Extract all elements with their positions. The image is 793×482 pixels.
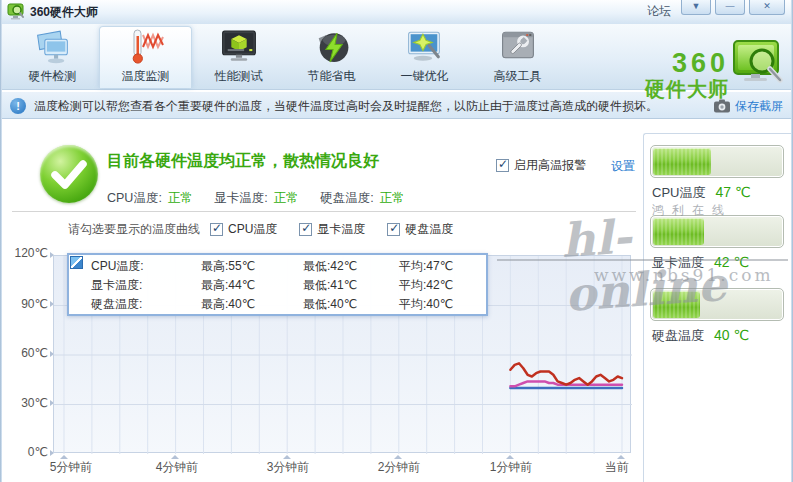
tab-advanced-tools[interactable]: 高级工具	[471, 26, 564, 88]
status-headline: 目前各硬件温度均正常，散热情况良好	[107, 151, 379, 172]
y-axis-label: 0℃	[6, 445, 48, 459]
tab-label: 性能测试	[215, 68, 263, 85]
status-ok-icon	[40, 145, 98, 203]
legend-row-disk: 硬盘温度: 最高:40℃ 最低:40℃ 平均:40℃	[91, 295, 485, 314]
info-text: 温度检测可以帮您查看各个重要硬件的温度，当硬件温度过高时会及时提醒您，以防止由于…	[34, 92, 658, 120]
curve-option-disk[interactable]: 硬盘温度	[387, 221, 453, 238]
disk-temp-status: 正常	[380, 191, 405, 205]
hardware-detect-icon	[32, 26, 74, 67]
curve-option-cpu[interactable]: CPU温度	[210, 221, 277, 238]
gpu-temp-gauge	[650, 215, 784, 248]
curve-selector-prompt: 请勾选要显示的温度曲线	[68, 221, 200, 238]
brand-logo-icon	[731, 37, 787, 91]
gpu-gauge-fill	[653, 218, 704, 245]
tab-label: 节能省电	[308, 68, 356, 85]
camera-icon	[713, 99, 731, 113]
tab-label: 温度监测	[122, 68, 170, 85]
forum-link[interactable]: 论坛	[647, 3, 671, 20]
power-saving-icon	[311, 26, 353, 67]
cpu-gauge-fill	[653, 148, 711, 175]
high-temp-alarm-toggle[interactable]: 启用高温报警	[496, 157, 586, 174]
minimize-button[interactable]: —	[715, 0, 745, 15]
close-button[interactable]: ✕	[749, 0, 785, 15]
cpu-temp-status: 正常	[168, 191, 193, 205]
performance-test-icon	[218, 26, 260, 67]
tab-power-saving[interactable]: 节能省电	[285, 26, 378, 88]
gpu-curve-checkbox[interactable]	[299, 223, 312, 236]
disk-temp-gauge	[650, 288, 784, 321]
cpu-curve-checkbox[interactable]	[210, 223, 223, 236]
disk-gauge-label: 硬盘温度40 ℃	[652, 327, 749, 345]
x-axis-label: 当前	[605, 459, 629, 476]
tab-one-click-optimize[interactable]: 一键优化	[378, 26, 471, 88]
main-tabs: 硬件检测 温度监测	[6, 26, 564, 88]
disk-curve-checkbox[interactable]	[387, 223, 400, 236]
legend-row-gpu: 显卡温度: 最高:44℃ 最低:41℃ 平均:42℃	[91, 276, 485, 295]
brand-logo-text: 360 硬件大师	[645, 50, 729, 99]
app-icon	[7, 3, 25, 20]
window-frame-left	[0, 0, 2, 482]
section-divider	[12, 211, 636, 212]
cpu-temp-gauge	[650, 145, 784, 178]
y-axis-label: 120℃	[6, 246, 48, 260]
tab-label: 高级工具	[494, 68, 542, 85]
y-axis-label: 90℃	[6, 297, 48, 311]
title-bar[interactable]: 360硬件大师 论坛 ▼ — ✕	[0, 0, 793, 24]
x-axis-label: 5分钟前	[50, 459, 93, 476]
tab-performance-test[interactable]: 性能测试	[192, 26, 285, 88]
tab-temperature-monitor[interactable]: 温度监测	[99, 26, 192, 88]
settings-link[interactable]: 设置	[611, 158, 635, 175]
curve-selector: 请勾选要显示的温度曲线 CPU温度 显卡温度 硬盘温度	[68, 221, 475, 238]
y-axis-label: 60℃	[6, 346, 48, 360]
toolbar: 硬件检测 温度监测	[0, 24, 793, 90]
tab-label: 硬件检测	[29, 68, 77, 85]
app-window: 360硬件大师 论坛 ▼ — ✕ 硬件检测	[0, 0, 793, 482]
skin-dropdown-button[interactable]: ▼	[681, 0, 711, 15]
x-axis-label: 4分钟前	[156, 459, 199, 476]
disk-gauge-fill	[653, 291, 700, 318]
cpu-gauge-label: CPU温度47 ℃	[652, 184, 751, 202]
y-axis-label: 30℃	[6, 396, 48, 410]
alarm-checkbox[interactable]	[496, 159, 509, 172]
curve-option-gpu[interactable]: 显卡温度	[299, 221, 365, 238]
gpu-gauge-label: 显卡温度42 ℃	[652, 254, 749, 272]
legend-row-cpu: CPU温度: 最高:55℃ 最低:42℃ 平均:47℃	[91, 257, 485, 276]
tab-hardware-detect[interactable]: 硬件检测	[6, 26, 99, 88]
gpu-temp-status: 正常	[274, 191, 299, 205]
x-axis-label: 3分钟前	[267, 459, 310, 476]
alarm-label: 启用高温报警	[514, 157, 586, 174]
tab-label: 一键优化	[401, 68, 449, 85]
x-axis-label: 1分钟前	[490, 459, 533, 476]
gpu-temp-label: 显卡温度:	[214, 191, 267, 205]
x-axis-label: 2分钟前	[378, 459, 421, 476]
one-click-optimize-icon	[404, 26, 446, 67]
disk-temp-label: 硬盘温度:	[320, 191, 373, 205]
window-title: 360硬件大师	[30, 4, 98, 21]
temperature-status-row: CPU温度:正常 显卡温度:正常 硬盘温度:正常	[107, 190, 423, 207]
advanced-tools-icon	[497, 26, 539, 67]
info-icon: !	[10, 98, 26, 114]
chart-legend[interactable]: CPU温度: 最高:55℃ 最低:42℃ 平均:47℃ 显卡温度: 最高:44℃…	[67, 253, 488, 316]
cpu-temp-label: CPU温度:	[107, 191, 162, 205]
temperature-monitor-icon	[125, 27, 167, 67]
legend-pin-icon[interactable]	[70, 256, 83, 269]
